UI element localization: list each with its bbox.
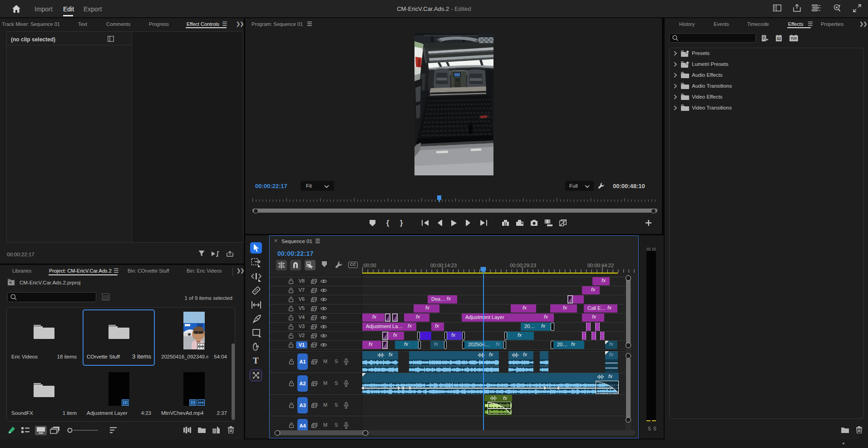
svg-text:YUV: YUV [791,37,797,40]
svg-text:32: 32 [777,36,781,41]
